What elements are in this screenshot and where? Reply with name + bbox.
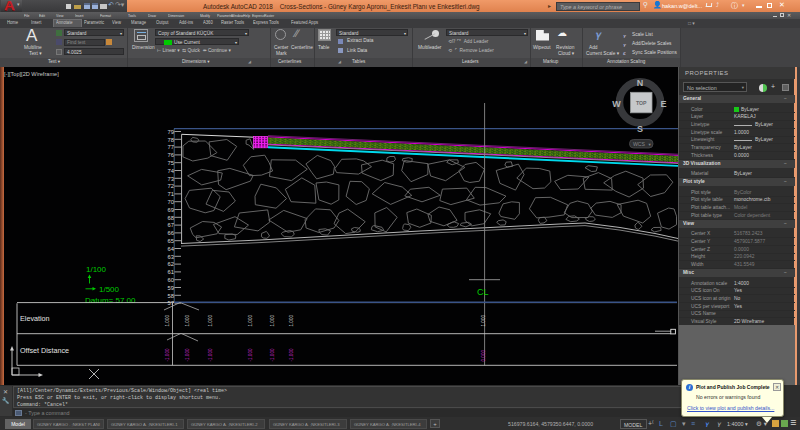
- svg-text:CL: CL: [477, 287, 489, 297]
- svg-text:68: 68: [168, 215, 174, 221]
- svg-text:58: 58: [168, 293, 174, 299]
- svg-text:TOP: TOP: [636, 100, 647, 106]
- svg-text:76: 76: [168, 152, 174, 158]
- svg-text:1.000: 1.000: [248, 315, 253, 327]
- svg-text:60: 60: [168, 277, 174, 283]
- svg-text:Offset Distance: Offset Distance: [20, 346, 69, 355]
- svg-text:1.000: 1.000: [208, 315, 213, 327]
- svg-text:S: S: [637, 124, 643, 134]
- svg-text:Datum= 57.00: Datum= 57.00: [85, 296, 136, 305]
- svg-text:66: 66: [168, 230, 174, 236]
- svg-text:1.000: 1.000: [270, 315, 275, 327]
- svg-text:63: 63: [168, 254, 174, 260]
- svg-text:N: N: [637, 78, 644, 88]
- svg-text:70: 70: [168, 199, 174, 205]
- svg-text:-1.000: -1.000: [185, 348, 190, 361]
- svg-text:69: 69: [168, 207, 174, 213]
- svg-text:1.000: 1.000: [289, 315, 294, 327]
- svg-text:61: 61: [168, 269, 174, 275]
- svg-text:73: 73: [168, 176, 174, 182]
- svg-text:64: 64: [168, 246, 175, 252]
- svg-text:77: 77: [168, 144, 174, 150]
- svg-text:WCS: WCS: [633, 141, 646, 147]
- svg-text:1.000: 1.000: [165, 315, 170, 327]
- svg-text:-1.000: -1.000: [248, 348, 253, 361]
- svg-text:-1.000: -1.000: [208, 348, 213, 361]
- svg-text:E: E: [660, 99, 666, 109]
- svg-text:[-][Top][2D Wireframe]: [-][Top][2D Wireframe]: [4, 71, 59, 77]
- svg-text:74: 74: [168, 168, 175, 174]
- svg-text:79: 79: [168, 129, 174, 135]
- svg-text:W: W: [612, 99, 621, 109]
- svg-text:67: 67: [168, 222, 174, 228]
- svg-text:65: 65: [168, 238, 174, 244]
- svg-text:-1.000: -1.000: [289, 348, 294, 361]
- svg-text:1.000: 1.000: [185, 315, 190, 327]
- svg-text:71: 71: [168, 191, 174, 197]
- svg-text:0.000: 0.000: [481, 350, 486, 362]
- svg-text:72: 72: [168, 183, 174, 189]
- svg-text:78: 78: [168, 137, 174, 143]
- svg-text:75: 75: [168, 160, 174, 166]
- svg-text:1/500: 1/500: [99, 285, 120, 294]
- svg-text:-1.000: -1.000: [270, 348, 275, 361]
- svg-text:-1.000: -1.000: [165, 348, 170, 361]
- svg-text:1/100: 1/100: [86, 265, 107, 274]
- svg-text:62: 62: [168, 261, 174, 267]
- svg-text:Elevation: Elevation: [20, 314, 50, 323]
- svg-text:59: 59: [168, 285, 174, 291]
- svg-text:1.000: 1.000: [481, 315, 486, 327]
